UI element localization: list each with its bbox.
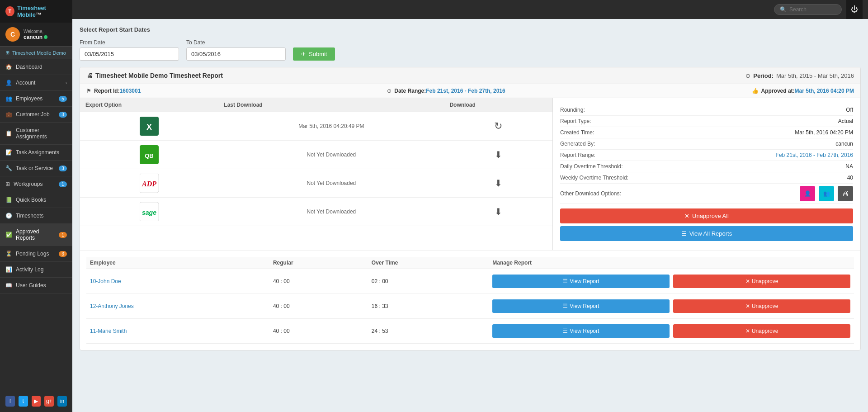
- customer-job-badge: 3: [59, 112, 67, 118]
- report-type-row: Report Type: Actual: [560, 116, 853, 127]
- sidebar-item-customer-job[interactable]: 💼Customer:Job 3: [0, 107, 72, 123]
- view-all-icon: ☰: [681, 230, 687, 237]
- date-filter: Select Report Start Dates: [80, 26, 861, 33]
- dashboard-icon: 🏠: [5, 64, 12, 70]
- sidebar-item-quick-books[interactable]: 📗Quick Books: [0, 192, 72, 208]
- employee-name: 10-John Doe: [90, 278, 121, 284]
- manage-cell: ☰ View Report ✕ Unapprove: [492, 324, 850, 338]
- search-input[interactable]: [789, 6, 839, 13]
- dl-print-icon[interactable]: 🖨: [838, 186, 853, 201]
- user-area: C Welcome, cancun: [0, 23, 72, 47]
- online-indicator: [44, 35, 47, 39]
- view-all-label: View All Reports: [689, 230, 732, 237]
- logo-icon: T: [5, 6, 14, 16]
- date-filter-title: Select Report Start Dates: [80, 26, 161, 33]
- customer-assignments-icon: 📋: [5, 130, 12, 137]
- regular-time: 40 : 00: [269, 294, 368, 319]
- sidebar-item-task-assignments[interactable]: 📝Task Assignments: [0, 145, 72, 161]
- svg-text:QB: QB: [145, 152, 154, 159]
- svg-text:sage: sage: [142, 209, 156, 216]
- welcome-text: Welcome,: [24, 29, 47, 34]
- view-report-button[interactable]: ☰ View Report: [492, 299, 670, 313]
- report-title: 🖨 Timesheet Mobile Demo Timesheet Report: [86, 72, 223, 79]
- view-report-button[interactable]: ☰ View Report: [492, 275, 670, 288]
- svg-text:ADP: ADP: [142, 180, 156, 188]
- view-report-icon: ☰: [563, 278, 568, 284]
- youtube-icon[interactable]: ▶: [32, 396, 41, 407]
- unapprove-button[interactable]: ✕ Unapprove: [673, 324, 850, 338]
- from-date-input[interactable]: [80, 47, 179, 61]
- sidebar-item-task-or-service[interactable]: 🔧Task or Service 3: [0, 161, 72, 176]
- sidebar-item-customer-assignments[interactable]: 📋Customer Assignments: [0, 123, 72, 145]
- content-area: Select Report Start Dates From Date To D…: [72, 19, 868, 412]
- task-service-badge: 3: [59, 166, 67, 171]
- unapprove-all-button[interactable]: ✕ Unapprove All: [560, 208, 853, 223]
- last-download-header: Last Download: [218, 98, 444, 112]
- sidebar-item-account[interactable]: 👤Account ›: [0, 75, 72, 91]
- dl-teal-icon[interactable]: 👥: [819, 186, 834, 201]
- action-buttons: ✕ Unapprove All ☰ View All Reports: [560, 208, 853, 244]
- other-dl-row: Other Download Options: 👤 👥 🖨: [560, 184, 853, 204]
- submit-button[interactable]: ✈ Submit: [293, 47, 335, 61]
- svg-text:👥: 👥: [823, 190, 830, 197]
- logo-area: T Timesheet Mobile™: [0, 0, 72, 23]
- power-button[interactable]: ⏻: [846, 0, 863, 19]
- export-option-header: Export Option: [80, 98, 218, 112]
- dl-pink-icon[interactable]: 👤: [800, 186, 815, 201]
- manage-cell: ☰ View Report ✕ Unapprove: [492, 299, 850, 313]
- excel-download-btn[interactable]: ↻: [494, 120, 502, 132]
- overtime: 16 : 33: [368, 294, 489, 319]
- regular-header: Regular: [269, 257, 368, 269]
- view-report-icon: ☰: [563, 303, 568, 309]
- overtime-header: Over Time: [368, 257, 489, 269]
- to-date-input[interactable]: [186, 47, 286, 61]
- google-plus-icon[interactable]: g+: [44, 396, 54, 407]
- unapprove-all-label: Unapprove All: [692, 213, 729, 219]
- logo-timesheet: Timesheet: [17, 5, 46, 11]
- linkedin-icon[interactable]: in: [57, 396, 67, 407]
- sidebar-item-pending-logs[interactable]: ⏳Pending Logs 3: [0, 246, 72, 262]
- unapprove-button[interactable]: ✕ Unapprove: [673, 275, 850, 288]
- date-filter-inputs: From Date To Date ✈ Submit: [80, 39, 861, 61]
- sidebar-item-activity-log[interactable]: 📊Activity Log: [0, 262, 72, 278]
- view-all-reports-button[interactable]: ☰ View All Reports: [560, 226, 853, 241]
- employee-table: Employee Regular Over Time Manage Report…: [86, 257, 854, 344]
- info-panel: Rounding: Off Report Type: Actual Create…: [553, 98, 860, 250]
- excel-icon: X: [140, 117, 159, 136]
- employee-name: 11-Marie Smith: [90, 328, 127, 334]
- quick-books-icon: 📗: [5, 197, 12, 203]
- unapprove-icon: ✕: [745, 303, 750, 309]
- export-row-adp: ADP Not Yet Downloaded ⬇: [80, 169, 552, 198]
- main-area: 🔍 ⏻ Select Report Start Dates From Date …: [72, 0, 868, 412]
- report-body: Export Option Last Download Download: [80, 98, 860, 250]
- weekly-ot-row: Weekly Overtime Threshold: 40: [560, 172, 853, 184]
- employees-badge: 5: [59, 96, 67, 102]
- sidebar-item-timesheets[interactable]: 🕐Timesheets: [0, 208, 72, 224]
- sidebar-item-approved-reports[interactable]: ✅Approved Reports 1: [0, 224, 72, 246]
- sidebar-item-workgroups[interactable]: ⊞Workgroups 1: [0, 176, 72, 192]
- report-meta: ⚑ Report Id:1603001 ⊙ Date Range:Feb 21s…: [80, 84, 860, 98]
- sidebar-item-dashboard[interactable]: 🏠Dashboard: [0, 59, 72, 75]
- approved-reports-icon: ✅: [5, 232, 12, 238]
- adp-download-btn[interactable]: ⬇: [495, 178, 502, 188]
- unapprove-icon: ✕: [745, 328, 750, 334]
- printer-dl-icon: 🖨: [842, 189, 849, 198]
- employee-header: Employee: [86, 257, 269, 269]
- sidebar-item-employees[interactable]: 👥Employees 5: [0, 91, 72, 107]
- date-range-meta: ⊙ Date Range:Feb 21st, 2016 - Feb 27th, …: [387, 88, 505, 94]
- printer-icon: 🖨: [86, 72, 93, 79]
- svg-text:👤: 👤: [804, 190, 811, 197]
- sage-download-btn[interactable]: ⬇: [495, 207, 502, 217]
- power-icon: ⏻: [851, 5, 858, 14]
- sidebar-item-user-guides[interactable]: 📖User Guides: [0, 278, 72, 294]
- twitter-icon[interactable]: t: [19, 396, 28, 407]
- flag-icon: ⚑: [86, 88, 91, 94]
- qb-download-btn[interactable]: ⬇: [495, 150, 502, 160]
- unapprove-button[interactable]: ✕ Unapprove: [673, 299, 850, 313]
- logo-text: Timesheet Mobile™: [17, 5, 67, 18]
- task-assignments-icon: 📝: [5, 149, 12, 156]
- search-box[interactable]: 🔍: [774, 4, 842, 15]
- demo-label-text: Timesheet Mobile Demo: [12, 50, 66, 56]
- facebook-icon[interactable]: f: [5, 396, 15, 407]
- view-report-button[interactable]: ☰ View Report: [492, 324, 670, 338]
